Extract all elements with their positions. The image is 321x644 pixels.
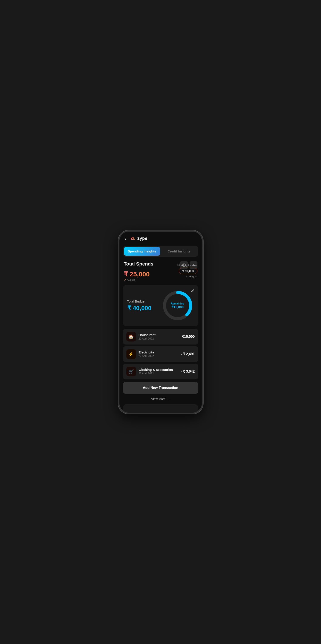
view-more[interactable]: View More →: [119, 396, 202, 402]
transaction-info: Clothing & accesories 22 April 2022: [139, 368, 173, 375]
budget-card: Total Budget ₹ 40,000 Remaining ₹15,000: [123, 285, 198, 326]
transaction-item: ⚡ Electricity 22 April 2022 - ₹ 2,491: [123, 346, 198, 362]
transaction-date: 22 April 2022: [139, 372, 173, 375]
transaction-item: 🏠 House rent 22 April 2022 - ₹10,000: [123, 329, 198, 344]
transaction-date: 22 April 2022: [139, 337, 155, 340]
logo-icon: [130, 235, 136, 241]
rewards-card: Add missing transactions & earn instant …: [123, 404, 198, 413]
remaining-label: Remaining: [171, 302, 184, 305]
tab-switcher: Spending Insights Credit Insights: [123, 246, 198, 257]
transaction-info: Electricity 22 April 2022: [139, 350, 154, 358]
transaction-date: 22 April 2022: [139, 354, 154, 358]
phone-screen: ‹ zype Spending Insights Credit Insights…: [119, 232, 202, 413]
transaction-left: 🏠 House rent 22 April 2022: [126, 332, 155, 342]
transaction-left: ⚡ Electricity 22 April 2022: [126, 349, 154, 359]
transaction-icon-electricity: ⚡: [126, 349, 136, 359]
budget-amount: ₹ 40,000: [127, 304, 151, 312]
donut-chart: Remaining ₹15,000: [161, 289, 194, 322]
transaction-item: 🛒 Clothing & accesories 22 April 2022 - …: [123, 364, 198, 379]
phone-shell: ‹ zype Spending Insights Credit Insights…: [118, 230, 203, 414]
logo-area: zype: [130, 235, 147, 241]
arrow-right-icon: →: [167, 397, 170, 401]
logo-text: zype: [137, 236, 147, 241]
budget-label: Total Budget: [127, 300, 151, 303]
spends-month: ↗ August: [124, 278, 150, 282]
transaction-icon-clothing: 🛒: [126, 367, 136, 376]
transaction-name: Electricity: [139, 350, 154, 354]
total-spends-label: Total Spends: [124, 261, 154, 267]
spends-amount: ₹ 25,000: [124, 270, 150, 278]
transaction-name: House rent: [139, 333, 155, 337]
tab-credit[interactable]: Credit Insights: [161, 247, 197, 256]
down-arrow-icon: ↙: [186, 275, 188, 278]
transaction-amount: - ₹10,000: [180, 334, 195, 339]
up-arrow-icon: ↗: [124, 278, 126, 282]
transaction-amount: - ₹ 2,491: [181, 352, 195, 356]
transactions-list: 🏠 House rent 22 April 2022 - ₹10,000 ⚡: [123, 329, 198, 379]
tab-spending[interactable]: Spending Insights: [124, 247, 160, 256]
header: ‹ zype: [119, 232, 202, 244]
transaction-info: House rent 22 April 2022: [139, 333, 155, 340]
back-button[interactable]: ‹: [124, 235, 128, 242]
income-badge: ₹ 50,000: [179, 268, 198, 274]
budget-left: Total Budget ₹ 40,000: [127, 300, 151, 312]
budget-content: Total Budget ₹ 40,000 Remaining ₹15,000: [127, 289, 194, 322]
income-area: Monthly Income ₹ 50,000 ↙ August: [177, 264, 198, 278]
add-transaction-button[interactable]: Add New Transaction: [123, 382, 198, 394]
monthly-income-label: Monthly Income: [177, 264, 198, 267]
transaction-name: Clothing & accesories: [139, 368, 173, 372]
transaction-icon-house: 🏠: [126, 332, 136, 342]
income-month: ↙ August: [186, 275, 197, 278]
remaining-amount: ₹15,000: [171, 305, 184, 309]
spends-section: Total Spends ₹ 25,000: [119, 260, 202, 284]
donut-center: Remaining ₹15,000: [171, 302, 184, 309]
transaction-left: 🛒 Clothing & accesories 22 April 2022: [126, 367, 173, 376]
transaction-amount: - ₹ 3,042: [181, 369, 195, 374]
